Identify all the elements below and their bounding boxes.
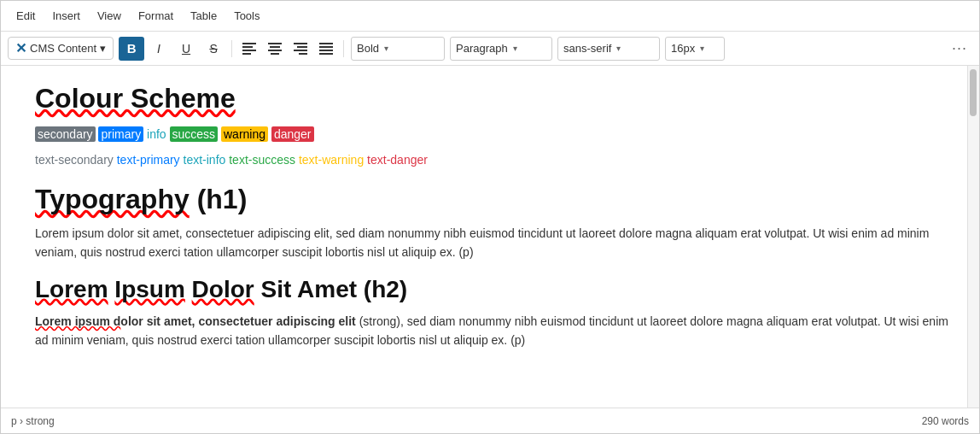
font-chevron-icon: ▾ [616, 44, 621, 53]
menu-tools[interactable]: Tools [227, 6, 266, 26]
align-center-icon [268, 43, 282, 55]
more-button[interactable]: ··· [947, 37, 972, 61]
svg-rect-10 [294, 50, 307, 51]
align-right-button[interactable] [289, 37, 312, 61]
lorem-strong: Lorem ipsum dolor sit amet, consectetuer… [35, 314, 359, 328]
lorem-paragraph-1: Lorem ipsum dolor sit amet, consectetuer… [35, 224, 950, 262]
label-info: info [147, 127, 166, 141]
svg-rect-6 [268, 50, 282, 51]
menu-edit[interactable]: Edit [9, 6, 42, 26]
separator-1 [231, 40, 232, 57]
text-label-secondary: text-secondary [35, 153, 114, 167]
svg-rect-1 [242, 46, 253, 48]
underline-button[interactable]: U [173, 37, 199, 61]
svg-rect-5 [270, 46, 280, 48]
strikethrough-button[interactable]: S [201, 37, 226, 61]
menu-view[interactable]: View [90, 6, 128, 26]
svg-rect-2 [242, 50, 256, 51]
label-primary: primary [98, 126, 143, 142]
svg-rect-7 [271, 53, 279, 55]
menu-table[interactable]: Table [184, 6, 224, 26]
svg-rect-0 [242, 43, 256, 44]
format-chevron-icon: ▾ [384, 44, 388, 53]
status-bar: p › strong 290 words [1, 408, 979, 433]
svg-rect-15 [319, 53, 333, 55]
svg-rect-9 [297, 46, 307, 48]
paragraph-select[interactable]: Paragraph ▾ [450, 37, 552, 61]
text-label-warning: text-warning [299, 153, 364, 167]
cms-badge[interactable]: ✕ CMS Content ▾ [8, 37, 114, 60]
align-left-icon [242, 43, 256, 55]
align-left-button[interactable] [237, 37, 261, 61]
label-success: success [170, 126, 219, 142]
editor-wrapper: Edit Insert View Format Table Tools ✕ CM… [0, 0, 980, 434]
text-label-info: text-info [184, 153, 226, 167]
italic-button[interactable]: I [146, 37, 172, 61]
svg-rect-12 [319, 43, 333, 44]
lorem-paragraph-2: Lorem ipsum dolor sit amet, consectetuer… [35, 312, 950, 350]
text-colour-labels: text-secondary text-primary text-info te… [35, 150, 950, 169]
text-label-success: text-success [229, 153, 295, 167]
colour-scheme-heading: Colour Scheme [35, 83, 950, 114]
text-label-danger: text-danger [367, 153, 428, 167]
cms-icon: ✕ [15, 40, 26, 56]
bold-button[interactable]: B [119, 37, 144, 61]
scrollbar-track[interactable] [967, 66, 979, 408]
lorem-h2-heading: Lorem Ipsum Dolor Sit Amet (h2) [35, 276, 950, 303]
menu-bar: Edit Insert View Format Table Tools [1, 1, 979, 32]
svg-rect-13 [319, 46, 333, 48]
word-count: 290 words [922, 415, 969, 427]
label-danger: danger [271, 126, 314, 142]
content-area[interactable]: Colour Scheme secondary primary info suc… [1, 66, 967, 408]
align-right-icon [294, 43, 307, 55]
label-secondary: secondary [35, 126, 96, 142]
typography-heading: Typography (h1) [35, 184, 950, 215]
svg-rect-4 [268, 43, 282, 44]
svg-rect-11 [299, 53, 307, 55]
font-select[interactable]: sans-serif ▾ [557, 37, 660, 61]
size-select[interactable]: 16px ▾ [665, 37, 725, 61]
text-label-primary: text-primary [117, 153, 180, 167]
align-justify-icon [319, 43, 333, 55]
align-justify-button[interactable] [314, 37, 338, 61]
label-warning: warning [221, 126, 268, 142]
svg-rect-14 [319, 50, 333, 51]
format-select[interactable]: Bold ▾ [351, 37, 445, 61]
toolbar: ✕ CMS Content ▾ B I U S [1, 32, 979, 66]
menu-format[interactable]: Format [131, 6, 180, 26]
cms-label: CMS Content [30, 42, 96, 55]
scrollbar-thumb[interactable] [970, 69, 977, 116]
menu-insert[interactable]: Insert [45, 6, 87, 26]
svg-rect-8 [294, 43, 307, 44]
size-chevron-icon: ▾ [700, 44, 704, 53]
svg-rect-3 [242, 53, 251, 55]
align-center-button[interactable] [263, 37, 287, 61]
cms-chevron-icon: ▾ [100, 42, 106, 55]
breadcrumb: p › strong [11, 415, 55, 427]
separator-2 [343, 40, 344, 57]
paragraph-chevron-icon: ▾ [513, 44, 517, 53]
colour-labels-line: secondary primary info success warning d… [35, 125, 950, 144]
